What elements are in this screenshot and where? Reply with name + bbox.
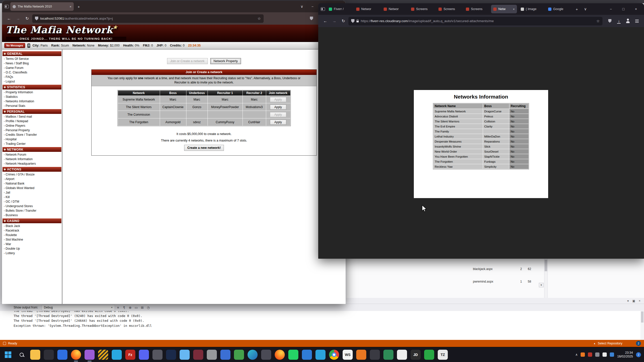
taskbar-icon-filezilla[interactable]: Fz xyxy=(125,350,135,360)
new-tab-button[interactable]: + xyxy=(75,5,82,9)
sidebar-link[interactable]: Game Forum xyxy=(2,66,62,70)
taskbar-icon-folder-app[interactable] xyxy=(261,350,271,360)
tab-google[interactable]: Google xyxy=(546,5,572,13)
taskbar-icon-tz-app[interactable]: TZ xyxy=(438,350,448,360)
taskbar-icon-visual-studio[interactable] xyxy=(85,350,95,360)
sidebar-link[interactable]: Networks Information xyxy=(2,99,62,104)
forward-icon[interactable]: → xyxy=(330,17,338,25)
sidebar-link[interactable]: Airport xyxy=(2,177,62,181)
output-source-select[interactable]: Debug ▼ xyxy=(42,305,115,310)
sidebar-link[interactable]: News / Staff Blog xyxy=(2,61,62,66)
taskbar-icon-app-blue[interactable] xyxy=(57,350,67,360)
sidebar-link[interactable]: Online Players xyxy=(2,123,62,128)
taskbar-icon-steam[interactable] xyxy=(166,350,176,360)
reload-icon[interactable]: ↻ xyxy=(23,15,31,22)
viewed-image[interactable]: Networks Information Network Name Boss R… xyxy=(414,90,548,198)
taskbar-icon-bee-app[interactable] xyxy=(98,350,108,360)
apply-button[interactable]: Apply xyxy=(270,120,286,125)
close-button[interactable]: × xyxy=(630,5,641,13)
word-wrap-icon[interactable]: ¶ xyxy=(121,306,127,309)
dropdown-arrow-icon[interactable]: ▼ xyxy=(539,283,544,287)
tab-network-2[interactable]: Networ xyxy=(381,5,407,13)
taskbar-icon-discord[interactable] xyxy=(139,350,149,360)
maximize-button[interactable]: □ xyxy=(618,5,629,13)
tray-icon-1[interactable] xyxy=(581,352,585,357)
firefox-view-icon[interactable] xyxy=(321,7,325,11)
sidebar-link[interactable]: Lottery xyxy=(2,251,62,255)
list-tabs-icon[interactable]: ∨ xyxy=(298,4,305,9)
vs-file-row[interactable]: blackjack.aspx 2 62 xyxy=(473,267,531,271)
taskbar-icon-firefox[interactable] xyxy=(71,350,81,360)
taskbar-icon-search[interactable] xyxy=(17,350,27,360)
tab-network-active[interactable]: Netw × xyxy=(491,5,517,13)
tray-chevron-up-icon[interactable]: ∧ xyxy=(575,353,578,356)
tracking-protection-icon[interactable] xyxy=(35,17,38,20)
taskbar-icon-firefox-2[interactable] xyxy=(275,350,285,360)
reload-icon[interactable]: ↻ xyxy=(339,17,347,25)
vs-file-row[interactable]: pwremind.aspx 1 58 xyxy=(473,280,531,283)
taskbar-icon-app-forest[interactable] xyxy=(383,350,393,360)
scrollbar-thumb[interactable] xyxy=(545,260,547,271)
sidebar-link[interactable]: Statistics xyxy=(2,95,62,99)
downloads-icon[interactable]: ↓ xyxy=(615,17,623,25)
sidebar-link[interactable]: Kill xyxy=(2,195,62,199)
list-tabs-icon[interactable]: ∨ xyxy=(582,7,589,11)
sidebar-link[interactable]: Logout xyxy=(2,79,62,84)
taskbar-icon-ws-app[interactable]: WS xyxy=(343,350,353,360)
sidebar-link[interactable]: Profile / Notepad xyxy=(2,119,62,123)
close-tab-icon[interactable]: × xyxy=(69,5,71,9)
sidebar-link[interactable]: Hospital xyxy=(2,137,62,142)
notifications-badge[interactable]: 2 xyxy=(636,341,641,346)
sidebar-link[interactable]: Jail xyxy=(2,190,62,195)
extension-shield-icon[interactable] xyxy=(606,17,614,25)
no-messages-button[interactable]: No Messages xyxy=(4,43,25,48)
taskbar-icon-app-green[interactable] xyxy=(234,350,244,360)
scrollbar[interactable] xyxy=(640,311,644,340)
taskbar-icon-jdownloader[interactable]: JD xyxy=(411,350,421,360)
sidebar-link[interactable]: Property Information xyxy=(2,90,62,95)
taskbar-icon-phone-app[interactable] xyxy=(424,350,434,360)
tray-icon-4[interactable] xyxy=(602,352,607,357)
close-panel-icon[interactable]: × xyxy=(639,299,640,303)
tab-screenshot-1[interactable]: Screens xyxy=(409,5,435,13)
sidebar-link[interactable]: Personal Stats xyxy=(2,104,62,108)
toggle-output-icon[interactable]: ▭ xyxy=(133,306,139,309)
back-icon[interactable]: ← xyxy=(5,15,13,22)
sidebar-link[interactable]: OC / DTM xyxy=(2,199,62,204)
apply-button[interactable]: Apply xyxy=(270,105,286,110)
taskbar-icon-app-dark[interactable] xyxy=(44,350,54,360)
url-bar[interactable]: https://fiverr-res.cloudinary.com/image/… xyxy=(348,17,602,25)
sidebar-link[interactable]: Underground Stores xyxy=(2,204,62,208)
taskbar-icon-telegram[interactable] xyxy=(315,350,326,360)
sidebar-link[interactable]: Network Headquarters xyxy=(2,161,62,166)
clear-all-icon[interactable]: ⊗ xyxy=(127,306,133,309)
sidebar-link[interactable]: Globals Most Wanted xyxy=(2,186,62,190)
close-tab-icon[interactable]: × xyxy=(513,7,515,11)
taskbar-icon-app-gray[interactable] xyxy=(152,350,163,360)
sidebar-link[interactable]: Crimes / GTA / Booze xyxy=(2,172,62,177)
sidebar-link[interactable]: Terms Of Service xyxy=(2,57,62,61)
network-property-button[interactable]: Network Property xyxy=(210,58,241,64)
create-network-button[interactable]: Create a new network! xyxy=(184,145,224,151)
sidebar-link[interactable]: Double Up xyxy=(2,246,62,251)
taskbar-icon-file-explorer[interactable] xyxy=(30,350,40,360)
tab-screenshot-3[interactable]: Screens xyxy=(464,5,490,13)
sidebar-link[interactable]: National Bank xyxy=(2,181,62,186)
tab-mafia-network[interactable]: The Mafia Network 2010 × xyxy=(10,2,74,11)
taskbar-icon-start[interactable] xyxy=(3,350,13,360)
sidebar-link[interactable]: Bullets Store / Transfer xyxy=(2,208,62,213)
sidebar-link[interactable]: Credits Store / Transfer xyxy=(2,132,62,137)
sidebar-link[interactable]: Personal Property xyxy=(2,128,62,132)
pin-panel-icon[interactable]: ▾ xyxy=(627,299,629,303)
join-or-create-network-button[interactable]: Join or Create a network xyxy=(167,58,208,64)
firefox-view-icon[interactable] xyxy=(5,5,9,8)
sidebar-link[interactable]: Network Forum xyxy=(2,152,62,157)
select-repository-button[interactable]: Select Repository xyxy=(598,342,622,345)
minimize-button[interactable]: − xyxy=(307,3,318,11)
taskbar-icon-vscode[interactable] xyxy=(112,350,122,360)
taskbar-icon-whatsapp[interactable] xyxy=(288,350,298,360)
taskbar-icon-notes[interactable] xyxy=(397,350,407,360)
bookmark-star-icon[interactable]: ☆ xyxy=(258,16,261,21)
sidebar-link[interactable]: Business xyxy=(2,213,62,217)
sidebar-link[interactable]: Roulette xyxy=(2,233,62,237)
